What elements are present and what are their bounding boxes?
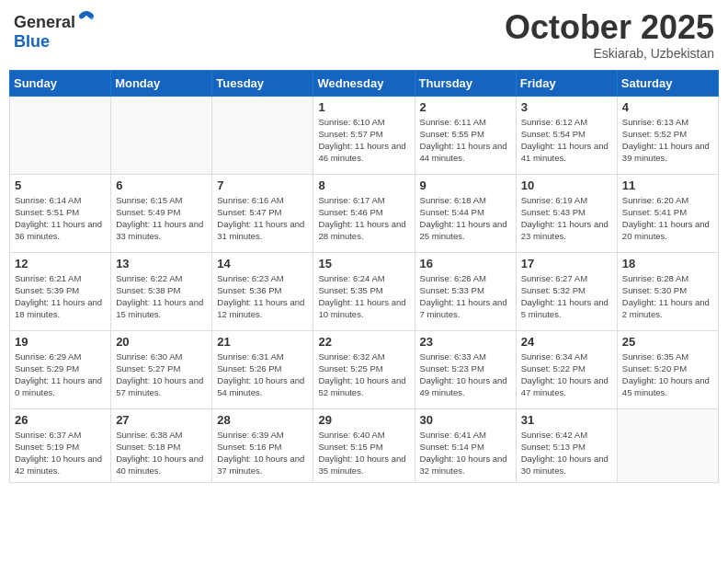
day-info: Sunrise: 6:11 AMSunset: 5:55 PMDaylight:… [420, 116, 511, 165]
location: Eskiarab, Uzbekistan [505, 46, 714, 61]
day-cell: 19Sunrise: 6:29 AMSunset: 5:29 PMDayligh… [10, 330, 111, 408]
day-number: 17 [521, 257, 612, 270]
weekday-header-monday: Monday [111, 70, 212, 96]
day-cell: 2Sunrise: 6:11 AMSunset: 5:55 PMDaylight… [415, 96, 516, 174]
day-cell: 17Sunrise: 6:27 AMSunset: 5:32 PMDayligh… [516, 252, 617, 330]
day-number: 19 [15, 335, 106, 349]
weekday-header-sunday: Sunday [10, 70, 111, 96]
page-header: General Blue October 2025 Eskiarab, Uzbe… [9, 9, 719, 61]
day-number: 16 [420, 257, 511, 270]
week-row-3: 12Sunrise: 6:21 AMSunset: 5:39 PMDayligh… [10, 252, 719, 330]
calendar-table: SundayMondayTuesdayWednesdayThursdayFrid… [9, 70, 719, 483]
day-number: 6 [116, 178, 207, 192]
day-number: 4 [622, 100, 713, 114]
day-cell: 26Sunrise: 6:37 AMSunset: 5:19 PMDayligh… [10, 408, 111, 482]
day-number: 3 [521, 100, 612, 114]
day-info: Sunrise: 6:24 AMSunset: 5:35 PMDaylight:… [318, 272, 409, 321]
day-cell: 20Sunrise: 6:30 AMSunset: 5:27 PMDayligh… [111, 330, 212, 408]
day-info: Sunrise: 6:21 AMSunset: 5:39 PMDaylight:… [15, 272, 106, 321]
day-number: 27 [116, 413, 207, 427]
day-number: 1 [318, 100, 409, 114]
day-info: Sunrise: 6:29 AMSunset: 5:29 PMDaylight:… [15, 350, 106, 399]
day-cell: 9Sunrise: 6:18 AMSunset: 5:44 PMDaylight… [415, 174, 516, 252]
day-number: 22 [318, 335, 409, 349]
day-number: 10 [521, 178, 612, 192]
day-cell: 13Sunrise: 6:22 AMSunset: 5:38 PMDayligh… [111, 252, 212, 330]
day-cell: 24Sunrise: 6:34 AMSunset: 5:22 PMDayligh… [516, 330, 617, 408]
week-row-1: 1Sunrise: 6:10 AMSunset: 5:57 PMDaylight… [10, 96, 719, 174]
day-info: Sunrise: 6:42 AMSunset: 5:13 PMDaylight:… [521, 429, 612, 477]
day-number: 29 [318, 413, 409, 427]
day-info: Sunrise: 6:31 AMSunset: 5:26 PMDaylight:… [217, 350, 308, 399]
day-info: Sunrise: 6:30 AMSunset: 5:27 PMDaylight:… [116, 350, 207, 399]
day-number: 26 [15, 413, 106, 427]
day-info: Sunrise: 6:26 AMSunset: 5:33 PMDaylight:… [420, 272, 511, 321]
day-info: Sunrise: 6:40 AMSunset: 5:15 PMDaylight:… [318, 429, 409, 477]
weekday-header-saturday: Saturday [617, 70, 718, 96]
day-info: Sunrise: 6:28 AMSunset: 5:30 PMDaylight:… [622, 272, 713, 321]
day-cell [617, 408, 718, 482]
day-cell: 8Sunrise: 6:17 AMSunset: 5:46 PMDaylight… [313, 174, 415, 252]
day-number: 25 [622, 335, 713, 349]
day-number: 31 [521, 413, 612, 427]
day-cell: 21Sunrise: 6:31 AMSunset: 5:26 PMDayligh… [212, 330, 313, 408]
day-cell: 30Sunrise: 6:41 AMSunset: 5:14 PMDayligh… [415, 408, 516, 482]
day-cell: 29Sunrise: 6:40 AMSunset: 5:15 PMDayligh… [313, 408, 415, 482]
day-info: Sunrise: 6:37 AMSunset: 5:19 PMDaylight:… [15, 429, 106, 477]
day-number: 9 [420, 178, 511, 192]
weekday-header-friday: Friday [516, 70, 617, 96]
day-info: Sunrise: 6:14 AMSunset: 5:51 PMDaylight:… [15, 194, 106, 243]
day-cell: 22Sunrise: 6:32 AMSunset: 5:25 PMDayligh… [313, 330, 415, 408]
day-info: Sunrise: 6:27 AMSunset: 5:32 PMDaylight:… [521, 272, 612, 321]
day-cell: 25Sunrise: 6:35 AMSunset: 5:20 PMDayligh… [617, 330, 718, 408]
day-number: 11 [622, 178, 713, 192]
week-row-5: 26Sunrise: 6:37 AMSunset: 5:19 PMDayligh… [10, 408, 719, 482]
weekday-header-tuesday: Tuesday [212, 70, 313, 96]
day-number: 13 [116, 257, 207, 270]
day-cell [10, 96, 111, 174]
day-cell: 11Sunrise: 6:20 AMSunset: 5:41 PMDayligh… [617, 174, 718, 252]
logo: General Blue [14, 9, 96, 52]
day-cell: 4Sunrise: 6:13 AMSunset: 5:52 PMDaylight… [617, 96, 718, 174]
day-cell: 3Sunrise: 6:12 AMSunset: 5:54 PMDaylight… [516, 96, 617, 174]
day-number: 15 [318, 257, 409, 270]
day-cell: 12Sunrise: 6:21 AMSunset: 5:39 PMDayligh… [10, 252, 111, 330]
day-cell: 7Sunrise: 6:16 AMSunset: 5:47 PMDaylight… [212, 174, 313, 252]
title-section: October 2025 Eskiarab, Uzbekistan [505, 9, 714, 61]
day-info: Sunrise: 6:18 AMSunset: 5:44 PMDaylight:… [420, 194, 511, 243]
day-cell: 16Sunrise: 6:26 AMSunset: 5:33 PMDayligh… [415, 252, 516, 330]
logo-blue: Blue [14, 32, 50, 51]
day-number: 20 [116, 335, 207, 349]
day-number: 28 [217, 413, 308, 427]
day-info: Sunrise: 6:12 AMSunset: 5:54 PMDaylight:… [521, 116, 612, 165]
day-cell: 14Sunrise: 6:23 AMSunset: 5:36 PMDayligh… [212, 252, 313, 330]
week-row-4: 19Sunrise: 6:29 AMSunset: 5:29 PMDayligh… [10, 330, 719, 408]
weekday-header-thursday: Thursday [415, 70, 516, 96]
day-number: 23 [420, 335, 511, 349]
day-number: 12 [15, 257, 106, 270]
day-info: Sunrise: 6:34 AMSunset: 5:22 PMDaylight:… [521, 350, 612, 399]
day-number: 2 [420, 100, 511, 114]
logo-bird-icon [77, 9, 96, 28]
day-info: Sunrise: 6:17 AMSunset: 5:46 PMDaylight:… [318, 194, 409, 243]
week-row-2: 5Sunrise: 6:14 AMSunset: 5:51 PMDaylight… [10, 174, 719, 252]
day-number: 14 [217, 257, 308, 270]
day-number: 18 [622, 257, 713, 270]
day-info: Sunrise: 6:15 AMSunset: 5:49 PMDaylight:… [116, 194, 207, 243]
day-info: Sunrise: 6:39 AMSunset: 5:16 PMDaylight:… [217, 429, 308, 477]
day-cell: 31Sunrise: 6:42 AMSunset: 5:13 PMDayligh… [516, 408, 617, 482]
day-cell [111, 96, 212, 174]
day-info: Sunrise: 6:35 AMSunset: 5:20 PMDaylight:… [622, 350, 713, 399]
day-cell: 27Sunrise: 6:38 AMSunset: 5:18 PMDayligh… [111, 408, 212, 482]
day-cell [212, 96, 313, 174]
month-title: October 2025 [505, 9, 714, 46]
day-cell: 15Sunrise: 6:24 AMSunset: 5:35 PMDayligh… [313, 252, 415, 330]
day-info: Sunrise: 6:33 AMSunset: 5:23 PMDaylight:… [420, 350, 511, 399]
day-info: Sunrise: 6:10 AMSunset: 5:57 PMDaylight:… [318, 116, 409, 165]
day-number: 21 [217, 335, 308, 349]
day-info: Sunrise: 6:23 AMSunset: 5:36 PMDaylight:… [217, 272, 308, 321]
day-cell: 23Sunrise: 6:33 AMSunset: 5:23 PMDayligh… [415, 330, 516, 408]
day-cell: 28Sunrise: 6:39 AMSunset: 5:16 PMDayligh… [212, 408, 313, 482]
day-info: Sunrise: 6:22 AMSunset: 5:38 PMDaylight:… [116, 272, 207, 321]
day-info: Sunrise: 6:13 AMSunset: 5:52 PMDaylight:… [622, 116, 713, 165]
